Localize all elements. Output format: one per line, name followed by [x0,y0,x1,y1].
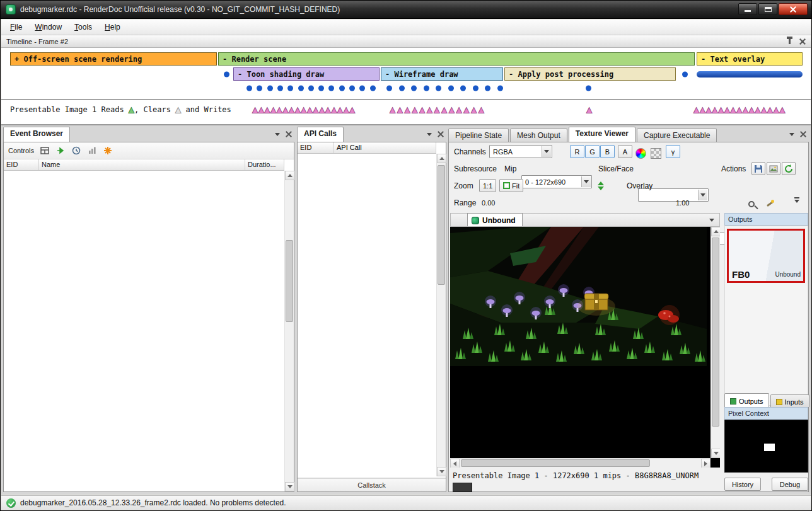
scrollbar-thumb[interactable] [286,240,293,322]
alpha-channel-button[interactable]: A [618,145,632,158]
draw-call-dot[interactable] [277,85,283,91]
draw-call-bar[interactable] [697,71,803,78]
draw-call-dot[interactable] [308,85,314,91]
pixel-context-view[interactable] [724,420,808,473]
green-channel-button[interactable]: G [585,145,600,158]
tab-api-calls[interactable]: API Calls [297,127,344,142]
tab-texture-viewer[interactable]: Texture Viewer [569,127,635,142]
draw-call-dot[interactable] [359,85,365,91]
gamma-button[interactable]: γ [666,145,680,158]
menu-file[interactable]: File [4,20,28,34]
event-scrollbar[interactable] [284,171,294,491]
time-durations-icon[interactable] [71,146,81,156]
panel-menu-icon[interactable] [275,133,280,136]
autofit-wand-icon[interactable] [765,197,774,210]
column-eid[interactable]: EID [298,142,334,153]
texture-view[interactable] [450,227,720,468]
draw-call-dot[interactable] [298,85,304,91]
stats-icon[interactable] [87,146,97,156]
timeline-body[interactable]: + Off-screen scene rendering- Render sce… [1,48,811,123]
draw-call-dot[interactable] [485,85,490,91]
timeline-bar[interactable]: - Apply post processing [504,67,676,81]
menu-window[interactable]: Window [28,20,68,34]
fb0-thumbnail[interactable]: FB0 Unbound [727,229,805,283]
draw-call-dot[interactable] [257,85,262,91]
draw-call-dot[interactable] [287,85,293,91]
column-name[interactable]: Name [39,159,245,170]
draw-call-dot[interactable] [682,71,688,77]
column-eid[interactable]: EID [4,159,39,170]
timeline-bar[interactable]: + Off-screen scene rendering [10,52,217,66]
draw-call-dot[interactable] [349,85,355,91]
overflow-icon[interactable] [794,197,799,211]
timeline-bar[interactable]: - Wireframe draw [381,67,503,81]
minimize-button[interactable] [738,3,757,15]
draw-call-dot[interactable] [586,85,591,91]
api-scrollbar[interactable] [436,154,446,476]
bookmark-icon[interactable] [103,146,113,156]
draw-call-dot[interactable] [370,85,376,91]
draw-call-dot[interactable] [399,85,405,91]
draw-call-dot[interactable] [246,85,252,91]
scrollbar-thumb[interactable] [438,165,445,285]
panel-menu-icon[interactable] [789,133,794,136]
timeline-bar[interactable]: - Toon shading draw [233,67,380,81]
draw-call-dot[interactable] [328,85,334,91]
goto-eid-icon[interactable] [55,146,66,156]
tab-capture-executable[interactable]: Capture Executable [637,129,717,142]
draw-call-dot[interactable] [339,85,345,91]
callstack-section[interactable]: Callstack [298,478,446,491]
menu-tools[interactable]: Tools [68,20,98,34]
close-button[interactable] [779,3,808,15]
tab-mesh-output[interactable]: Mesh Output [510,129,567,142]
timeline-bar[interactable]: - Text overlay [697,52,803,66]
column-api-call[interactable]: API Call [334,142,436,153]
close-panel-icon[interactable] [799,38,806,45]
api-table-header[interactable]: EID API Call [298,142,436,154]
color-wheel-icon[interactable] [635,146,646,160]
draw-call-dot[interactable] [318,85,324,91]
close-panel-icon[interactable] [800,131,806,137]
red-channel-button[interactable]: R [570,145,584,158]
close-panel-icon[interactable] [286,131,292,137]
texture-tab-unbound[interactable]: Unbound [467,213,523,226]
checkerboard-icon[interactable] [651,146,661,160]
tab-inputs[interactable]: Inputs [770,394,809,407]
draw-call-dot[interactable] [267,85,273,91]
mip-select[interactable]: 0 - 1272x690 [521,175,592,188]
tab-outputs[interactable]: Outputs [724,393,769,407]
scrollbar-thumb[interactable] [461,459,650,467]
debug-button[interactable]: Debug [772,478,808,491]
draw-call-dot[interactable] [411,85,417,91]
history-button[interactable]: History [724,478,761,491]
draw-call-dot[interactable] [224,71,229,77]
flip-y-icon[interactable] [598,179,604,193]
zoom-1-1-button[interactable]: 1:1 [479,179,496,192]
draw-call-dot[interactable] [436,85,441,91]
export-icon[interactable] [767,162,780,175]
refresh-icon[interactable] [782,162,796,175]
pin-icon[interactable] [789,38,791,44]
timeline-bar[interactable]: - Render scene [218,52,695,66]
draw-call-dot[interactable] [497,85,503,91]
draw-call-dot[interactable] [473,85,478,91]
texture-hscrollbar[interactable] [450,458,710,468]
channels-select[interactable]: RGBA [489,145,552,158]
column-duration[interactable]: Duratio... [245,159,284,170]
draw-call-dot[interactable] [460,85,466,91]
browse-icon[interactable] [40,146,50,156]
texture-vscrollbar[interactable] [710,227,720,458]
draw-call-dot[interactable] [424,85,429,91]
menu-help[interactable]: Help [98,20,127,34]
zoom-fit-button[interactable]: Fit [499,179,523,192]
title-bar[interactable]: debugmarker.rdc - RenderDoc Unofficial r… [1,1,811,19]
zoom-range-icon[interactable] [748,197,755,211]
close-panel-icon[interactable] [438,131,444,137]
tab-pipeline-state[interactable]: Pipeline State [448,129,509,142]
draw-call-dot[interactable] [448,85,454,91]
event-table-header[interactable]: EID Name Duratio... [4,159,284,171]
draw-call-dot[interactable] [386,85,392,91]
scrollbar-thumb[interactable] [712,238,719,427]
panel-menu-icon[interactable] [427,133,432,136]
tab-event-browser[interactable]: Event Browser [3,127,70,142]
